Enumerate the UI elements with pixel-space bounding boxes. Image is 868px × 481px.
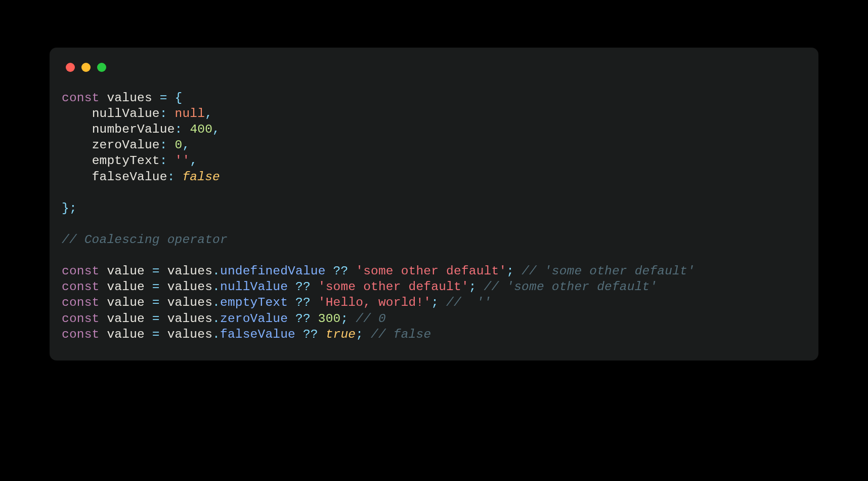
- code-token-punc: ,: [212, 123, 220, 136]
- zoom-icon[interactable]: [97, 63, 106, 72]
- code-token-punc: [326, 264, 333, 278]
- code-token-null: null: [175, 107, 205, 121]
- code-token-punc: [100, 312, 107, 326]
- code-token-punc: ;: [340, 312, 348, 326]
- code-token-punc: [167, 91, 175, 105]
- code-token-var: values: [107, 91, 152, 105]
- code-token-op: =: [152, 296, 160, 309]
- code-token-punc: [175, 170, 183, 184]
- code-token-prop: nullValue: [92, 107, 160, 121]
- code-token-str: '': [175, 154, 190, 168]
- code-token-punc: [145, 280, 152, 294]
- code-token-var: value: [107, 312, 145, 326]
- code-token-punc: [62, 138, 92, 152]
- code-token-cmt: // 0: [356, 312, 386, 326]
- code-token-bool: true: [326, 328, 356, 341]
- code-token-cmt: // '': [446, 296, 491, 309]
- code-token-bool: false: [182, 170, 220, 184]
- code-token-kw: const: [62, 328, 100, 341]
- code-token-num: 300: [318, 312, 341, 326]
- code-token-mem: nullValue: [220, 280, 288, 294]
- code-token-punc: ,: [190, 154, 197, 168]
- code-token-mem: emptyText: [220, 296, 288, 309]
- minimize-icon[interactable]: [81, 63, 91, 72]
- code-token-var: values: [167, 312, 212, 326]
- code-token-punc: [318, 328, 326, 341]
- code-token-punc: ;: [431, 296, 439, 309]
- code-token-punc: [167, 107, 175, 121]
- code-token-punc: [100, 280, 107, 294]
- code-token-punc: [62, 107, 92, 121]
- code-token-kw: const: [62, 312, 100, 326]
- code-token-punc: [160, 280, 167, 294]
- code-token-punc: [62, 123, 92, 136]
- code-token-punc: [295, 328, 303, 341]
- code-token-cmt: // 'some other default': [522, 264, 695, 278]
- code-token-punc: [288, 296, 295, 309]
- code-token-op: ??: [295, 280, 311, 294]
- code-token-str: 'Hello, world!': [318, 296, 431, 309]
- code-token-punc: [145, 328, 152, 341]
- code-token-punc: {: [175, 91, 183, 105]
- code-token-num: 0: [175, 138, 183, 152]
- code-token-var: value: [107, 264, 145, 278]
- code-token-punc: [160, 264, 167, 278]
- code-token-punc: [311, 296, 318, 309]
- code-token-punc: ;: [506, 264, 514, 278]
- code-token-punc: [160, 328, 167, 341]
- code-token-kw: const: [62, 280, 100, 294]
- code-token-punc: .: [212, 312, 220, 326]
- code-token-cmt: // false: [371, 328, 431, 341]
- code-token-op: :: [160, 138, 167, 152]
- code-window: const values = { nullValue: null, number…: [50, 48, 818, 360]
- code-token-punc: [145, 312, 152, 326]
- code-token-punc: [182, 123, 190, 136]
- code-token-cmt: // Coalescing operator: [62, 233, 228, 247]
- code-token-op: ??: [303, 328, 318, 341]
- code-token-num: 400: [190, 123, 212, 136]
- code-token-punc: .: [212, 328, 220, 341]
- code-token-op: =: [152, 328, 160, 341]
- code-token-mem: falseValue: [220, 328, 295, 341]
- code-token-cmt: // 'some other default': [484, 280, 658, 294]
- close-icon[interactable]: [66, 63, 75, 72]
- code-token-str: 'some other default': [356, 264, 506, 278]
- code-token-punc: [439, 296, 446, 309]
- code-token-prop: emptyText: [92, 154, 160, 168]
- code-token-prop: numberValue: [92, 123, 175, 136]
- code-token-punc: .: [212, 280, 220, 294]
- code-token-mem: undefinedValue: [220, 264, 326, 278]
- code-token-op: :: [175, 123, 183, 136]
- code-token-op: :: [160, 154, 167, 168]
- code-token-punc: [311, 312, 318, 326]
- code-token-punc: };: [62, 202, 77, 215]
- code-token-punc: [100, 264, 107, 278]
- code-token-op: :: [167, 170, 175, 184]
- code-token-punc: [167, 138, 175, 152]
- code-token-mem: zeroValue: [220, 312, 288, 326]
- code-token-op: ??: [295, 312, 311, 326]
- code-token-op: ??: [295, 296, 311, 309]
- code-token-var: values: [167, 264, 212, 278]
- code-token-punc: [476, 280, 484, 294]
- code-token-punc: [62, 154, 92, 168]
- code-token-punc: ,: [205, 107, 212, 121]
- code-token-punc: [145, 264, 152, 278]
- code-token-kw: const: [62, 91, 100, 105]
- code-token-punc: [152, 91, 160, 105]
- code-token-punc: [311, 280, 318, 294]
- code-token-punc: [160, 296, 167, 309]
- code-token-punc: [100, 91, 107, 105]
- code-token-var: value: [107, 328, 145, 341]
- code-token-var: values: [167, 280, 212, 294]
- code-token-var: values: [167, 328, 212, 341]
- code-token-punc: [363, 328, 371, 341]
- code-token-str: 'some other default': [318, 280, 469, 294]
- code-token-punc: [100, 296, 107, 309]
- code-token-punc: [288, 312, 295, 326]
- code-token-kw: const: [62, 296, 100, 309]
- code-block: const values = { nullValue: null, number…: [62, 90, 806, 342]
- code-token-punc: ;: [469, 280, 476, 294]
- code-token-prop: zeroValue: [92, 138, 160, 152]
- code-token-punc: [100, 328, 107, 341]
